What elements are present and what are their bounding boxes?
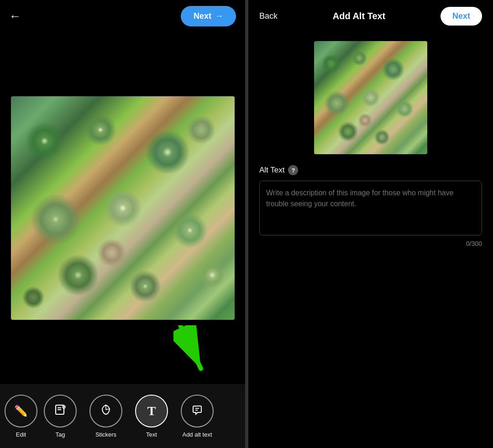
- right-header: Back Add Alt Text Next: [248, 0, 493, 32]
- back-arrow-icon[interactable]: ←: [9, 9, 21, 23]
- char-count: 0/300: [259, 240, 482, 247]
- edit-label: Edit: [16, 431, 26, 438]
- toolbar-item-tag[interactable]: Tag: [37, 395, 83, 438]
- main-image: [11, 96, 235, 320]
- alt-text-input[interactable]: [259, 181, 482, 235]
- toolbar-item-text[interactable]: T Text: [129, 395, 174, 438]
- stickers-icon: [100, 403, 112, 419]
- add-alt-text-icon: [191, 403, 204, 419]
- text-icon: T: [147, 404, 156, 418]
- tag-icon: [54, 403, 67, 419]
- left-panel: ← Next → ✏️ Edit: [0, 0, 245, 448]
- stickers-label: Stickers: [95, 431, 116, 438]
- toolbar-item-add-alt-text[interactable]: Add alt text: [174, 395, 220, 438]
- text-circle: T: [135, 395, 168, 427]
- page-title: Add Alt Text: [333, 11, 386, 21]
- right-content: Alt Text ? 0/300: [248, 32, 493, 448]
- next-button-right[interactable]: Next: [441, 7, 482, 26]
- next-button-left[interactable]: Next →: [181, 6, 236, 26]
- toolbar-item-edit[interactable]: ✏️ Edit: [5, 395, 37, 438]
- bottom-toolbar: ✏️ Edit Tag: [0, 384, 245, 448]
- tag-circle: [44, 395, 77, 427]
- help-icon[interactable]: ?: [288, 165, 298, 175]
- main-image-container: [0, 32, 245, 384]
- add-alt-text-circle: [181, 395, 214, 427]
- right-panel: Back Add Alt Text Next Alt Text ? 0/300: [248, 0, 493, 448]
- stickers-circle: [89, 395, 122, 427]
- add-alt-text-label: Add alt text: [182, 431, 212, 438]
- left-header: ← Next →: [0, 0, 245, 32]
- toolbar-item-stickers[interactable]: Stickers: [83, 395, 129, 438]
- thumbnail-image: [314, 41, 427, 154]
- edit-icon: ✏️: [14, 405, 28, 417]
- back-button[interactable]: Back: [259, 11, 278, 21]
- thumbnail-container: [259, 41, 482, 154]
- text-label: Text: [146, 431, 157, 438]
- alt-text-label: Alt Text: [259, 166, 284, 175]
- edit-circle: ✏️: [5, 395, 37, 427]
- alt-text-label-row: Alt Text ?: [259, 165, 482, 175]
- tag-label: Tag: [56, 431, 65, 438]
